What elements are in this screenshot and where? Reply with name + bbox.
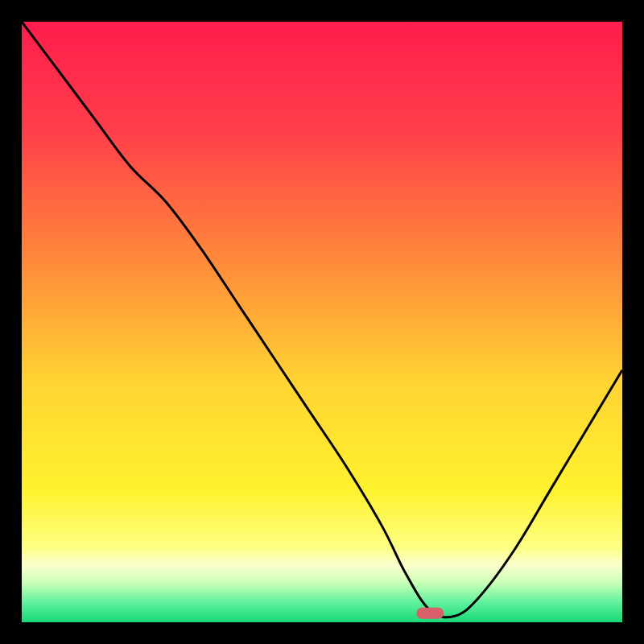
chart-background-gradient <box>22 22 622 622</box>
bottleneck-chart <box>0 0 644 644</box>
chart-stage: TheBottleneck.com <box>0 0 644 644</box>
optimal-point-marker <box>416 608 444 619</box>
